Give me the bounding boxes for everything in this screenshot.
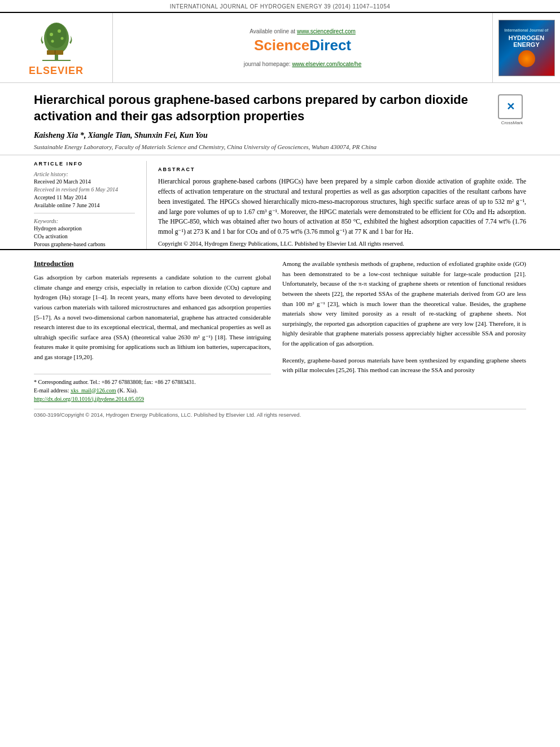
elsevier-tree-icon [31, 19, 82, 64]
left-column: Introduction Gas adsorption by carbon ma… [34, 259, 271, 403]
abstract-column: ABSTRACT Hierarchical porous graphene-ba… [158, 161, 526, 249]
article-header: Hierarchical porous graphene-based carbo… [0, 83, 560, 155]
crossmark-icon: ✕ [506, 101, 515, 113]
elsevier-logo: ELSEVIER [29, 19, 84, 77]
article-title: Hierarchical porous graphene-based carbo… [34, 92, 498, 124]
keyword-3: Porous graphene-based carbons [34, 241, 135, 247]
email-name: (K. Xia). [117, 387, 138, 394]
header-area: ELSEVIER Available online at www.science… [0, 12, 560, 83]
svg-point-3 [46, 23, 67, 48]
sciencedirect-area: Available online at www.sciencedirect.co… [113, 13, 492, 82]
email-link[interactable]: xks_mail@126.com [71, 387, 116, 394]
doi-link: http://dx.doi.org/10.1016/j.ijhydene.201… [34, 395, 271, 403]
article-title-row: Hierarchical porous graphene-based carbo… [34, 92, 526, 124]
svg-point-5 [58, 29, 61, 33]
issn-text: 0360-3199/Copyright © 2014, Hydrogen Ene… [34, 412, 301, 418]
svg-point-7 [51, 40, 54, 43]
main-content: Introduction Gas adsorption by carbon ma… [0, 250, 560, 408]
doi-text[interactable]: http://dx.doi.org/10.1016/j.ijhydene.201… [34, 396, 144, 402]
keywords-label: Keywords: [34, 218, 135, 224]
sciencedirect-url[interactable]: www.sciencedirect.com [297, 28, 356, 34]
available-date: Available online 7 June 2014 [34, 202, 135, 208]
bottom-bar: 0360-3199/Copyright © 2014, Hydrogen Ene… [34, 409, 526, 420]
article-info-column: ARTICLE INFO Article history: Received 2… [34, 161, 147, 249]
banner-text: INTERNATIONAL JOURNAL OF HYDROGEN ENERGY… [170, 3, 391, 10]
abstract-text: Hierarchical porous graphene-based carbo… [158, 177, 526, 237]
journal-homepage: journal homepage: www.elsevier.com/locat… [244, 61, 361, 67]
sciencedirect-logo: ScienceDirect [254, 37, 351, 54]
journal-homepage-link[interactable]: www.elsevier.com/locate/he [292, 61, 361, 67]
received-revised-label: Received in revised form 6 May 2014 [34, 186, 135, 193]
affiliation-line: Sustainable Energy Laboratory, Faculty o… [34, 143, 526, 150]
keyword-1: Hydrogen adsorption [34, 225, 135, 231]
direct-part: Direct [309, 37, 351, 54]
corresponding-author: * Corresponding author. Tel.: +86 27 678… [34, 378, 271, 386]
crossmark-badge[interactable]: ✕ CrossMark [498, 94, 526, 123]
svg-point-4 [50, 33, 53, 36]
info-divider [34, 213, 135, 213]
email-line: E-mail address: xks_mail@126.com (K. Xia… [34, 386, 271, 395]
authors-line: Kaisheng Xia *, Xiangle Tian, Shunxin Fe… [34, 131, 526, 140]
journal-cover-subtitle: International Journal of [505, 28, 549, 33]
science-part: Science [254, 37, 309, 54]
history-label: Article history: [34, 171, 135, 177]
article-info-header: ARTICLE INFO [34, 161, 135, 167]
accepted-date: Accepted 11 May 2014 [34, 194, 135, 200]
article-info-abstract: ARTICLE INFO Article history: Received 2… [0, 155, 560, 250]
available-text: Available online at www.sciencedirect.co… [250, 28, 356, 34]
crossmark-label: CrossMark [498, 120, 526, 125]
copyright-line: Copyright © 2014, Hydrogen Energy Public… [158, 239, 526, 248]
journal-cover-title: HYDROGEN ENERGY [502, 34, 552, 48]
abstract-header: ABSTRACT [158, 167, 526, 172]
elsevier-wordmark: ELSEVIER [29, 65, 84, 77]
intro-right-para-2: Recently, graphene-based porous material… [282, 356, 526, 375]
journal-cover-area: International Journal of HYDROGEN ENERGY [492, 13, 560, 82]
journal-banner: INTERNATIONAL JOURNAL OF HYDROGEN ENERGY… [0, 0, 560, 12]
received-date: Received 20 March 2014 [34, 178, 135, 185]
right-column: Among the available synthesis methods of… [282, 259, 526, 403]
email-label: E-mail address: [34, 387, 69, 394]
elsevier-logo-area: ELSEVIER [0, 13, 113, 82]
intro-right-para-1: Among the available synthesis methods of… [282, 259, 526, 348]
journal-cover-graphic [518, 50, 535, 67]
footnote-section: * Corresponding author. Tel.: +86 27 678… [34, 374, 271, 403]
keyword-2: CO₂ activation [34, 233, 135, 239]
journal-cover: International Journal of HYDROGEN ENERGY [498, 20, 555, 76]
introduction-title: Introduction [34, 259, 271, 268]
svg-point-6 [60, 37, 63, 40]
crossmark-inner: ✕ [498, 94, 523, 119]
intro-left-para: Gas adsorption by carbon materials repre… [34, 273, 271, 362]
